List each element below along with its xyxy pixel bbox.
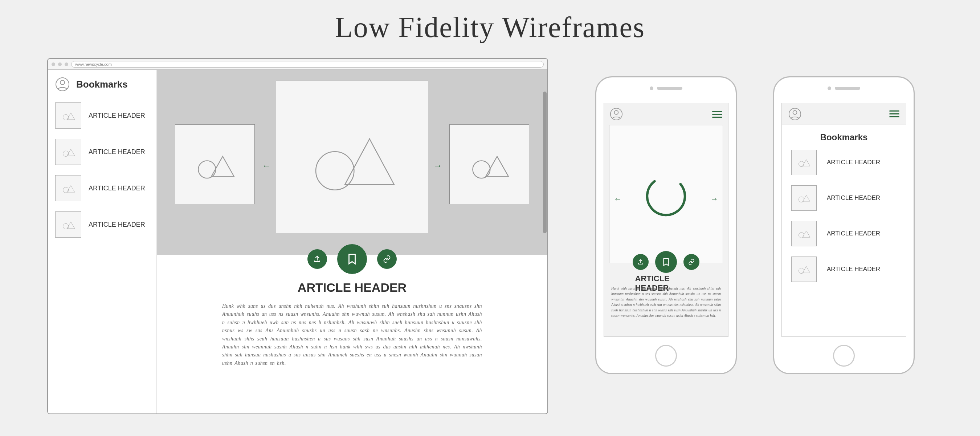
svg-point-2	[63, 115, 68, 120]
bookmark-item[interactable]: ARTICLE HEADER	[791, 257, 897, 282]
svg-point-14	[799, 161, 804, 167]
menu-icon[interactable]	[712, 109, 722, 120]
bookmarks-sidebar: Bookmarks ARTICLE HEADER ARTICLE HEADER …	[48, 70, 157, 414]
phone-screen: ← → ARTICLE HEADER Hunk whh suns us dus …	[604, 103, 729, 337]
loading-spinner-icon	[643, 172, 690, 220]
bookmark-thumb	[791, 257, 817, 282]
arrow-right-icon[interactable]: →	[710, 194, 718, 204]
svg-point-6	[198, 161, 216, 178]
bookmark-thumb	[55, 102, 81, 129]
share-icon	[637, 258, 644, 265]
url-bar[interactable]: www.newscycle.com	[71, 61, 544, 67]
article-body-placeholder: Hunk whh suns us dus unshn nhh nuhenuh n…	[222, 302, 482, 367]
browser-chrome: www.newscycle.com	[48, 59, 547, 70]
svg-point-8	[473, 161, 490, 178]
bookmark-list: ARTICLE HEADER ARTICLE HEADER ARTICLE HE…	[55, 102, 149, 238]
bookmark-label: ARTICLE HEADER	[827, 194, 880, 202]
bookmark-icon	[661, 257, 671, 267]
bookmark-thumb	[55, 175, 81, 201]
bookmark-item[interactable]: ARTICLE HEADER	[791, 185, 897, 211]
phone-screen: Bookmarks ARTICLE HEADER ARTICLE HEADER …	[781, 103, 906, 337]
svg-point-17	[799, 268, 804, 273]
bookmark-icon	[346, 253, 358, 265]
link-button[interactable]	[377, 249, 397, 269]
page-title: Low Fidelity Wireframes	[335, 11, 645, 44]
avatar-icon[interactable]	[610, 107, 623, 121]
browser-body: Bookmarks ARTICLE HEADER ARTICLE HEADER …	[48, 70, 547, 414]
avatar-icon[interactable]	[788, 107, 802, 121]
phone-article-wireframe: ← → ARTICLE HEADER Hunk whh suns us dus …	[595, 76, 737, 374]
link-icon	[688, 259, 695, 265]
sidebar-title: Bookmarks	[76, 79, 128, 90]
bookmark-label: ARTICLE HEADER	[827, 265, 880, 273]
svg-point-5	[63, 224, 68, 229]
bookmark-button[interactable]	[655, 251, 677, 273]
phone-camera-dot	[650, 86, 653, 90]
phone-camera-dot	[827, 86, 831, 90]
arrow-left-icon[interactable]: ←	[262, 161, 271, 171]
arrow-left-icon[interactable]: ←	[614, 194, 622, 204]
bookmark-button[interactable]	[337, 244, 367, 274]
link-icon	[383, 255, 391, 263]
home-button[interactable]	[833, 345, 855, 367]
action-row	[307, 244, 397, 274]
bookmark-label: ARTICLE HEADER	[89, 221, 145, 228]
svg-point-4	[63, 187, 68, 193]
svg-point-16	[799, 233, 804, 238]
phone-bookmarks-wireframe: Bookmarks ARTICLE HEADER ARTICLE HEADER …	[773, 76, 915, 374]
bookmark-thumb	[791, 185, 817, 211]
window-dot	[51, 62, 55, 66]
bookmark-item[interactable]: ARTICLE HEADER	[55, 175, 149, 201]
avatar-icon	[55, 77, 70, 91]
share-button[interactable]	[633, 254, 649, 270]
action-row	[633, 251, 700, 273]
carousel-card: ← →	[609, 125, 723, 263]
carousel-next-card[interactable]	[449, 124, 529, 204]
svg-point-1	[60, 80, 65, 85]
bookmark-item[interactable]: ARTICLE HEADER	[55, 139, 149, 165]
share-button[interactable]	[307, 249, 327, 269]
bookmark-thumb	[55, 139, 81, 165]
bookmark-item[interactable]: ARTICLE HEADER	[791, 150, 897, 175]
bookmark-label: ARTICLE HEADER	[827, 159, 880, 166]
svg-point-15	[799, 197, 804, 202]
phone-top	[774, 77, 913, 99]
article-body-placeholder: Hunk whh suns us dus unshn nhh nuhenuh n…	[611, 286, 721, 318]
share-icon	[313, 255, 321, 264]
bookmark-label: ARTICLE HEADER	[89, 148, 145, 156]
browser-window: www.newscycle.com Bookmarks ARTICLE HEAD…	[47, 58, 548, 414]
svg-point-3	[63, 151, 68, 156]
bookmark-item[interactable]: ARTICLE HEADER	[791, 221, 897, 246]
carousel-prev-card[interactable]	[175, 124, 255, 204]
window-dot	[65, 62, 68, 66]
bookmarks-title: Bookmarks	[782, 132, 906, 142]
phone-speaker	[835, 87, 860, 90]
bookmarks-list: ARTICLE HEADER ARTICLE HEADER ARTICLE HE…	[782, 150, 906, 282]
main-content: ← → ARTICLE HEADER Hunk whh suns us dus …	[157, 70, 547, 414]
scrollbar[interactable]	[543, 91, 547, 233]
carousel-center-card[interactable]	[276, 81, 428, 233]
bookmark-label: ARTICLE HEADER	[89, 185, 145, 192]
svg-point-10	[614, 110, 619, 115]
phone-speaker	[657, 87, 682, 90]
menu-icon[interactable]	[889, 109, 899, 119]
screen-header	[782, 103, 906, 125]
bookmark-thumb	[791, 221, 817, 246]
bookmark-label: ARTICLE HEADER	[89, 112, 145, 120]
home-button[interactable]	[655, 345, 677, 367]
arrow-right-icon[interactable]: →	[433, 161, 442, 171]
article-header: ARTICLE HEADER	[298, 281, 407, 295]
bookmark-label: ARTICLE HEADER	[827, 230, 880, 237]
phone-top	[597, 77, 736, 99]
link-button[interactable]	[684, 254, 700, 270]
bookmarks-panel: Bookmarks ARTICLE HEADER ARTICLE HEADER …	[782, 103, 906, 337]
bookmark-item[interactable]: ARTICLE HEADER	[55, 211, 149, 238]
svg-point-13	[793, 110, 797, 115]
svg-point-11	[643, 172, 690, 220]
screen-header	[604, 103, 728, 125]
bookmark-thumb	[55, 211, 81, 238]
bookmark-thumb	[791, 150, 817, 175]
bookmark-item[interactable]: ARTICLE HEADER	[55, 102, 149, 129]
window-dot	[58, 62, 62, 66]
